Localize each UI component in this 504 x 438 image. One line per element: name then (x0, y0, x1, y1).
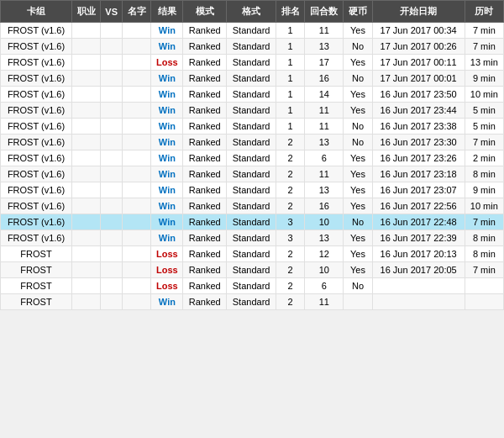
header-class: 职业 (72, 1, 101, 23)
name-cell (123, 135, 151, 150)
format-cell: Standard (227, 55, 276, 71)
table-row[interactable]: FROST (v1.6) Win Ranked Standard 2 11 Ye… (1, 166, 504, 182)
team-cell: FROST (v1.6) (1, 71, 72, 87)
class-cell (72, 166, 101, 182)
duration-cell: 9 min (465, 71, 503, 87)
vs-cell (101, 166, 123, 182)
class-cell (72, 135, 101, 150)
date-cell: 16 Jun 2017 22:48 (372, 214, 465, 230)
date-cell: 16 Jun 2017 23:07 (372, 182, 465, 198)
table-row[interactable]: FROST (v1.6) Win Ranked Standard 2 6 Yes… (1, 150, 504, 166)
result-cell: Loss (151, 55, 183, 71)
duration-cell: 7 min (465, 135, 503, 150)
table-row[interactable]: FROST (v1.6) Win Ranked Standard 3 13 Ye… (1, 230, 504, 246)
team-cell: FROST (v1.6) (1, 55, 72, 71)
table-row[interactable]: FROST (v1.6) Loss Ranked Standard 1 17 Y… (1, 55, 504, 71)
date-cell (372, 294, 465, 310)
rank-cell: 1 (276, 39, 305, 55)
mode-cell: Ranked (183, 198, 227, 214)
table-row[interactable]: FROST Loss Ranked Standard 2 12 Yes 16 J… (1, 246, 504, 262)
rank-cell: 2 (276, 294, 305, 310)
name-cell (123, 278, 151, 294)
name-cell (123, 71, 151, 87)
result-cell: Win (151, 166, 183, 182)
coin-cell: Yes (344, 55, 372, 71)
team-cell: FROST (1, 278, 72, 294)
format-cell: Standard (227, 103, 276, 119)
rank-cell: 3 (276, 230, 305, 246)
name-cell (123, 246, 151, 262)
name-cell (123, 55, 151, 71)
team-cell: FROST (1, 294, 72, 310)
rank-cell: 3 (276, 214, 305, 230)
duration-cell: 7 min (465, 23, 503, 39)
name-cell (123, 150, 151, 166)
mode-cell: Ranked (183, 230, 227, 246)
rounds-cell: 10 (305, 214, 344, 230)
header-rank: 排名 (276, 1, 305, 23)
table-row[interactable]: FROST Loss Ranked Standard 2 6 No (1, 278, 504, 294)
table-row[interactable]: FROST (v1.6) Win Ranked Standard 1 11 Ye… (1, 23, 504, 39)
table-row[interactable]: FROST Win Ranked Standard 2 11 (1, 294, 504, 310)
mode-cell: Ranked (183, 135, 227, 150)
format-cell: Standard (227, 294, 276, 310)
name-cell (123, 87, 151, 103)
rounds-cell: 11 (305, 103, 344, 119)
rank-cell: 1 (276, 23, 305, 39)
vs-cell (101, 71, 123, 87)
duration-cell: 2 min (465, 150, 503, 166)
table-row[interactable]: FROST (v1.6) Win Ranked Standard 3 10 No… (1, 214, 504, 230)
header-rounds: 回合数 (305, 1, 344, 23)
header-coin: 硬币 (344, 1, 372, 23)
mode-cell: Ranked (183, 294, 227, 310)
class-cell (72, 278, 101, 294)
coin-cell: No (344, 119, 372, 135)
format-cell: Standard (227, 166, 276, 182)
coin-cell: No (344, 71, 372, 87)
rank-cell: 1 (276, 71, 305, 87)
table-row[interactable]: FROST (v1.6) Win Ranked Standard 2 13 No… (1, 135, 504, 150)
name-cell (123, 262, 151, 278)
table-row[interactable]: FROST (v1.6) Win Ranked Standard 1 16 No… (1, 71, 504, 87)
rank-cell: 2 (276, 182, 305, 198)
name-cell (123, 198, 151, 214)
vs-cell (101, 278, 123, 294)
vs-cell (101, 214, 123, 230)
header-team: 卡组 (1, 1, 72, 23)
mode-cell: Ranked (183, 87, 227, 103)
class-cell (72, 294, 101, 310)
table-row[interactable]: FROST Loss Ranked Standard 2 10 Yes 16 J… (1, 262, 504, 278)
class-cell (72, 87, 101, 103)
rounds-cell: 11 (305, 119, 344, 135)
team-cell: FROST (v1.6) (1, 23, 72, 39)
duration-cell (465, 294, 503, 310)
table-row[interactable]: FROST (v1.6) Win Ranked Standard 1 11 Ye… (1, 103, 504, 119)
name-cell (123, 23, 151, 39)
table-row[interactable]: FROST (v1.6) Win Ranked Standard 1 13 No… (1, 39, 504, 55)
rounds-cell: 13 (305, 182, 344, 198)
date-cell: 17 Jun 2017 00:01 (372, 71, 465, 87)
rank-cell: 1 (276, 119, 305, 135)
duration-cell: 5 min (465, 103, 503, 119)
rank-cell: 2 (276, 262, 305, 278)
duration-cell: 8 min (465, 166, 503, 182)
table-row[interactable]: FROST (v1.6) Win Ranked Standard 2 13 Ye… (1, 182, 504, 198)
mode-cell: Ranked (183, 262, 227, 278)
result-cell: Win (151, 23, 183, 39)
table-row[interactable]: FROST (v1.6) Win Ranked Standard 1 11 No… (1, 119, 504, 135)
table-row[interactable]: FROST (v1.6) Win Ranked Standard 1 14 Ye… (1, 87, 504, 103)
mode-cell: Ranked (183, 23, 227, 39)
class-cell (72, 262, 101, 278)
date-cell: 17 Jun 2017 00:26 (372, 39, 465, 55)
duration-cell: 7 min (465, 214, 503, 230)
format-cell: Standard (227, 71, 276, 87)
coin-cell: Yes (344, 103, 372, 119)
rounds-cell: 6 (305, 278, 344, 294)
date-cell: 17 Jun 2017 00:11 (372, 55, 465, 71)
table-row[interactable]: FROST (v1.6) Win Ranked Standard 2 16 Ye… (1, 198, 504, 214)
vs-cell (101, 87, 123, 103)
result-cell: Win (151, 135, 183, 150)
vs-cell (101, 246, 123, 262)
coin-cell: Yes (344, 262, 372, 278)
team-cell: FROST (v1.6) (1, 182, 72, 198)
